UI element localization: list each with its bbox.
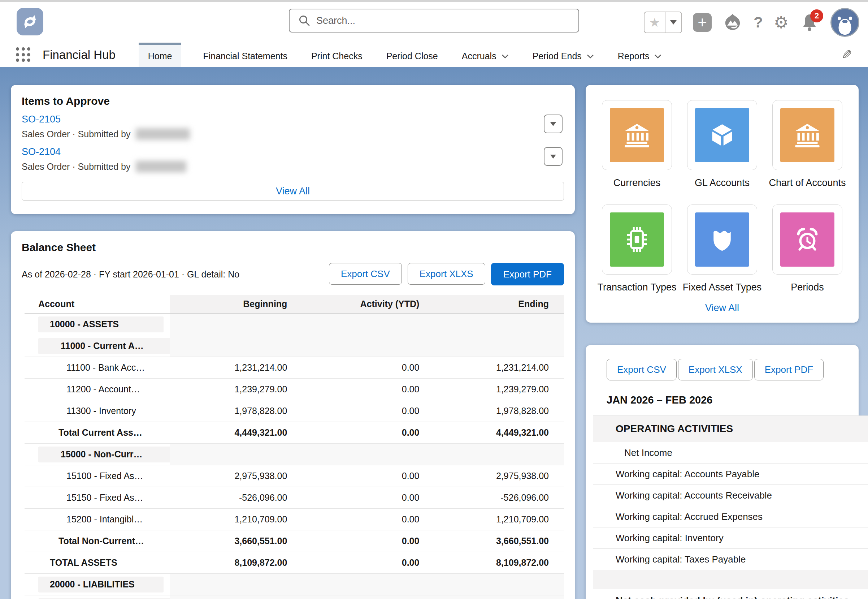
setup-button[interactable]: ⚙ (774, 13, 788, 32)
quick-links-view-all[interactable]: View All (586, 303, 859, 314)
items-to-approve-card: Items to Approve SO-2105 Sales Order · S… (11, 85, 575, 214)
favorites-menu-button[interactable] (665, 12, 681, 33)
search-icon (290, 15, 315, 27)
favorite-star-button[interactable]: ★ (644, 12, 665, 33)
table-row-total: Total Current Ass… 4,449,321.000.004,449… (24, 422, 564, 444)
tile-fixed-asset-types[interactable]: Fixed Asset Types (683, 205, 762, 293)
balance-sheet-subtitle: As of 2026-02-28 · FY start 2026-01-01 ·… (22, 269, 239, 280)
column-header-activity[interactable]: Activity (YTD) (302, 295, 434, 313)
items-to-approve-title: Items to Approve (22, 95, 564, 107)
table-row: 11300 - Inventory 1,978,828.000.001,978,… (24, 400, 564, 422)
tab-home[interactable]: Home (139, 43, 182, 67)
export-csv-button[interactable]: Export CSV (329, 263, 402, 285)
tile-transaction-types[interactable]: Transaction Types (597, 205, 676, 293)
table-row-group[interactable]: 15000 - Non-Curr… (24, 444, 564, 465)
question-mark-icon: ? (754, 14, 763, 31)
row-actions-button[interactable] (544, 114, 563, 133)
table-row: 15150 - Fixed As… -526,096.000.00-526,09… (24, 487, 564, 509)
avatar-eye (838, 17, 841, 20)
tab-reports[interactable]: Reports (616, 43, 664, 67)
avatar-eye (849, 17, 852, 20)
export-pdf-button[interactable]: Export PDF (491, 263, 564, 285)
avatar[interactable] (830, 8, 859, 37)
avatar-nose (842, 20, 848, 23)
approval-item-meta: Sales Order · Submitted by (22, 128, 564, 140)
table-row: 11200 - Account… 1,239,279.000.001,239,2… (24, 379, 564, 400)
caret-down-icon (550, 155, 556, 159)
app-launcher-icon[interactable] (16, 47, 31, 63)
app-logo[interactable] (17, 8, 44, 35)
chevron-down-icon (502, 54, 509, 59)
cash-flow-period-label: JAN 2026 – FEB 2026 (607, 394, 859, 406)
column-header-account[interactable]: Account (24, 295, 170, 313)
nav-tabs: Home Financial Statements Print Checks P… (139, 43, 683, 67)
export-xlsx-button[interactable]: Export XLSX (678, 359, 753, 381)
shield-icon (708, 225, 737, 254)
tab-print-checks[interactable]: Print Checks (309, 43, 365, 67)
export-csv-button[interactable]: Export CSV (607, 359, 677, 381)
items-view-all-button[interactable]: View All (22, 182, 564, 200)
header-actions: ★ + ? ⚙ (644, 2, 859, 43)
tile-currencies[interactable]: Currencies (602, 100, 672, 188)
table-row: 11100 - Bank Acc… 1,231,214.000.001,231,… (24, 357, 564, 379)
table-row-total: Total Non-Current… 3,660,551.000.003,660… (24, 530, 564, 552)
search-input[interactable] (315, 11, 578, 30)
global-search (289, 9, 579, 33)
page: ★ + ? ⚙ (0, 0, 868, 599)
cash-flow-total-row: Net cash provided by (used in) operating… (593, 589, 868, 599)
tile-chart-of-accounts[interactable]: Chart of Accounts (769, 100, 845, 188)
sales-order-link[interactable]: SO-2105 (22, 114, 564, 125)
cash-flow-actions: Export CSV Export XLSX Export PDF (607, 359, 859, 381)
table-row-group[interactable]: 21000 - Short-Ter… (24, 595, 564, 599)
balance-sheet-actions: Export CSV Export XLXS Export PDF (329, 263, 564, 285)
plus-icon: + (698, 15, 707, 30)
redacted-submitter-name (136, 161, 186, 172)
help-button[interactable]: ? (754, 14, 763, 31)
trailhead-button[interactable] (722, 12, 743, 33)
approval-item: SO-2104 Sales Order · Submitted by (22, 146, 564, 172)
page-content: Items to Approve SO-2105 Sales Order · S… (0, 67, 868, 599)
redacted-submitter-name (136, 128, 190, 140)
app-name: Financial Hub (43, 48, 116, 62)
notifications-button[interactable]: 2 (799, 12, 820, 33)
export-xlxs-button[interactable]: Export XLXS (408, 263, 485, 285)
table-row: 15100 - Fixed As… 2,975,938.000.002,975,… (24, 465, 564, 487)
table-row: 15200 - Intangibl… 1,210,709.000.001,210… (24, 509, 564, 530)
column-header-ending[interactable]: Ending (434, 295, 564, 313)
spacer-row (593, 570, 868, 589)
quick-links-grid: Currencies GL Accounts (594, 100, 850, 293)
cash-flow-row: Working capital: Inventory (593, 527, 868, 549)
setup-quick-links-card: Currencies GL Accounts (586, 85, 859, 323)
cash-flow-row: Working capital: Accounts Receivable (593, 485, 868, 506)
trailhead-icon (722, 12, 743, 33)
alarm-clock-icon (793, 225, 822, 254)
cash-flow-row: Net Income (593, 442, 868, 464)
tab-financial-statements[interactable]: Financial Statements (201, 43, 289, 67)
balance-sheet-card: Balance Sheet As of 2026-02-28 · FY star… (11, 231, 575, 599)
table-row-group[interactable]: 10000 - ASSETS (24, 313, 564, 335)
cash-flow-card: Export CSV Export XLSX Export PDF JAN 20… (586, 345, 859, 599)
row-actions-button[interactable] (544, 147, 563, 166)
export-pdf-button[interactable]: Export PDF (754, 359, 824, 381)
chevron-down-icon (587, 54, 594, 59)
tile-gl-accounts[interactable]: GL Accounts (687, 100, 757, 188)
section-header-row: OPERATING ACTIVITIES (593, 415, 868, 442)
global-create-button[interactable]: + (693, 13, 712, 32)
tab-period-ends[interactable]: Period Ends (530, 43, 596, 67)
tile-periods[interactable]: Periods (772, 205, 842, 293)
cash-flow-row: Working capital: Taxes Payable (593, 549, 868, 570)
edit-navigation-pencil-icon[interactable]: ✎ (841, 47, 852, 63)
table-header-row: Account Beginning Activity (YTD) Ending (24, 295, 564, 313)
column-header-beginning[interactable]: Beginning (170, 295, 302, 313)
cash-flow-row: Working capital: Accrued Expenses (593, 506, 868, 527)
gear-icon: ⚙ (774, 13, 788, 32)
approval-item: SO-2105 Sales Order · Submitted by (22, 114, 564, 140)
tab-period-close[interactable]: Period Close (384, 43, 440, 67)
tab-accruals[interactable]: Accruals (460, 43, 511, 67)
bank-icon (793, 121, 822, 150)
cash-flow-row: Working capital: Accounts Payable (593, 464, 868, 485)
table-row-group[interactable]: 11000 - Current A… (24, 335, 564, 357)
favorites-control: ★ (644, 12, 682, 33)
table-row-group[interactable]: 20000 - LIABILITIES (24, 574, 564, 595)
sales-order-link[interactable]: SO-2104 (22, 146, 564, 158)
